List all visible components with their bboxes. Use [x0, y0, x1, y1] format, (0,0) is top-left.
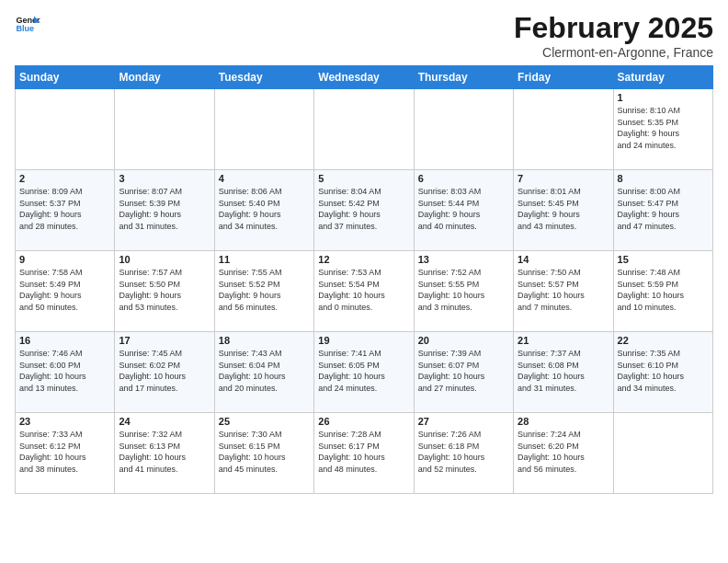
calendar-subtitle: Clermont-en-Argonne, France	[514, 45, 713, 60]
calendar-cell	[115, 89, 214, 170]
calendar-cell: 1Sunrise: 8:10 AM Sunset: 5:35 PM Daylig…	[613, 89, 712, 170]
calendar-cell: 13Sunrise: 7:52 AM Sunset: 5:55 PM Dayli…	[414, 251, 513, 332]
calendar-cell: 17Sunrise: 7:45 AM Sunset: 6:02 PM Dayli…	[115, 332, 214, 413]
day-number: 12	[318, 254, 409, 265]
day-number: 6	[418, 173, 509, 184]
day-number: 1	[618, 92, 709, 103]
calendar-cell: 27Sunrise: 7:26 AM Sunset: 6:18 PM Dayli…	[414, 413, 513, 494]
calendar-cell	[214, 89, 313, 170]
day-number: 28	[518, 416, 609, 427]
week-row-1: 1Sunrise: 8:10 AM Sunset: 5:35 PM Daylig…	[16, 89, 713, 170]
day-info: Sunrise: 8:04 AM Sunset: 5:42 PM Dayligh…	[318, 186, 409, 232]
calendar-cell	[414, 89, 513, 170]
day-info: Sunrise: 7:57 AM Sunset: 5:50 PM Dayligh…	[119, 267, 210, 313]
weekday-header-row: Sunday Monday Tuesday Wednesday Thursday…	[16, 66, 713, 89]
day-number: 21	[518, 335, 609, 346]
header-monday: Monday	[115, 66, 214, 89]
day-info: Sunrise: 8:03 AM Sunset: 5:44 PM Dayligh…	[418, 186, 509, 232]
calendar-cell: 9Sunrise: 7:58 AM Sunset: 5:49 PM Daylig…	[16, 251, 115, 332]
day-info: Sunrise: 7:32 AM Sunset: 6:13 PM Dayligh…	[119, 429, 210, 475]
day-number: 15	[618, 254, 709, 265]
day-number: 16	[19, 335, 110, 346]
week-row-4: 16Sunrise: 7:46 AM Sunset: 6:00 PM Dayli…	[16, 332, 713, 413]
day-info: Sunrise: 8:01 AM Sunset: 5:45 PM Dayligh…	[518, 186, 609, 232]
calendar-cell: 10Sunrise: 7:57 AM Sunset: 5:50 PM Dayli…	[115, 251, 214, 332]
week-row-2: 2Sunrise: 8:09 AM Sunset: 5:37 PM Daylig…	[16, 170, 713, 251]
day-number: 22	[618, 335, 709, 346]
day-info: Sunrise: 7:30 AM Sunset: 6:15 PM Dayligh…	[219, 429, 310, 475]
calendar-cell	[613, 413, 712, 494]
day-info: Sunrise: 7:53 AM Sunset: 5:54 PM Dayligh…	[318, 267, 409, 313]
day-number: 10	[119, 254, 210, 265]
calendar-cell: 19Sunrise: 7:41 AM Sunset: 6:05 PM Dayli…	[314, 332, 414, 413]
calendar-title: February 2025	[514, 11, 713, 45]
header-friday: Friday	[514, 66, 613, 89]
calendar-cell: 25Sunrise: 7:30 AM Sunset: 6:15 PM Dayli…	[214, 413, 313, 494]
header: General Blue February 2025 Clermont-en-A…	[15, 11, 713, 60]
day-number: 19	[318, 335, 409, 346]
day-number: 2	[19, 173, 110, 184]
calendar-cell: 12Sunrise: 7:53 AM Sunset: 5:54 PM Dayli…	[314, 251, 414, 332]
calendar-cell: 2Sunrise: 8:09 AM Sunset: 5:37 PM Daylig…	[16, 170, 115, 251]
calendar-cell: 5Sunrise: 8:04 AM Sunset: 5:42 PM Daylig…	[314, 170, 414, 251]
day-number: 18	[219, 335, 310, 346]
day-info: Sunrise: 7:45 AM Sunset: 6:02 PM Dayligh…	[119, 348, 210, 394]
day-info: Sunrise: 7:28 AM Sunset: 6:17 PM Dayligh…	[318, 429, 409, 475]
calendar-cell	[514, 89, 613, 170]
day-number: 5	[318, 173, 409, 184]
day-info: Sunrise: 7:55 AM Sunset: 5:52 PM Dayligh…	[219, 267, 310, 313]
day-info: Sunrise: 7:52 AM Sunset: 5:55 PM Dayligh…	[418, 267, 509, 313]
day-info: Sunrise: 7:41 AM Sunset: 6:05 PM Dayligh…	[318, 348, 409, 394]
day-number: 17	[119, 335, 210, 346]
day-number: 14	[518, 254, 609, 265]
day-info: Sunrise: 8:06 AM Sunset: 5:40 PM Dayligh…	[219, 186, 310, 232]
calendar-cell: 6Sunrise: 8:03 AM Sunset: 5:44 PM Daylig…	[414, 170, 513, 251]
day-number: 20	[418, 335, 509, 346]
day-info: Sunrise: 8:09 AM Sunset: 5:37 PM Dayligh…	[19, 186, 110, 232]
title-block: February 2025 Clermont-en-Argonne, Franc…	[514, 11, 713, 60]
calendar-cell: 15Sunrise: 7:48 AM Sunset: 5:59 PM Dayli…	[613, 251, 712, 332]
day-info: Sunrise: 7:48 AM Sunset: 5:59 PM Dayligh…	[618, 267, 709, 313]
calendar-cell: 11Sunrise: 7:55 AM Sunset: 5:52 PM Dayli…	[214, 251, 313, 332]
day-info: Sunrise: 7:43 AM Sunset: 6:04 PM Dayligh…	[219, 348, 310, 394]
day-info: Sunrise: 7:50 AM Sunset: 5:57 PM Dayligh…	[518, 267, 609, 313]
calendar-table: Sunday Monday Tuesday Wednesday Thursday…	[15, 65, 713, 494]
day-info: Sunrise: 8:00 AM Sunset: 5:47 PM Dayligh…	[618, 186, 709, 232]
calendar-cell: 3Sunrise: 8:07 AM Sunset: 5:39 PM Daylig…	[115, 170, 214, 251]
calendar-cell: 26Sunrise: 7:28 AM Sunset: 6:17 PM Dayli…	[314, 413, 414, 494]
week-row-3: 9Sunrise: 7:58 AM Sunset: 5:49 PM Daylig…	[16, 251, 713, 332]
calendar-cell: 22Sunrise: 7:35 AM Sunset: 6:10 PM Dayli…	[613, 332, 712, 413]
calendar-cell: 16Sunrise: 7:46 AM Sunset: 6:00 PM Dayli…	[16, 332, 115, 413]
day-number: 7	[518, 173, 609, 184]
day-number: 11	[219, 254, 310, 265]
day-number: 27	[418, 416, 509, 427]
day-info: Sunrise: 7:39 AM Sunset: 6:07 PM Dayligh…	[418, 348, 509, 394]
header-wednesday: Wednesday	[314, 66, 414, 89]
calendar-cell: 23Sunrise: 7:33 AM Sunset: 6:12 PM Dayli…	[16, 413, 115, 494]
day-info: Sunrise: 7:33 AM Sunset: 6:12 PM Dayligh…	[19, 429, 110, 475]
week-row-5: 23Sunrise: 7:33 AM Sunset: 6:12 PM Dayli…	[16, 413, 713, 494]
logo: General Blue	[15, 11, 40, 37]
day-number: 24	[119, 416, 210, 427]
calendar-cell: 24Sunrise: 7:32 AM Sunset: 6:13 PM Dayli…	[115, 413, 214, 494]
header-tuesday: Tuesday	[214, 66, 313, 89]
day-number: 25	[219, 416, 310, 427]
day-info: Sunrise: 8:07 AM Sunset: 5:39 PM Dayligh…	[119, 186, 210, 232]
day-number: 4	[219, 173, 310, 184]
calendar-cell: 18Sunrise: 7:43 AM Sunset: 6:04 PM Dayli…	[214, 332, 313, 413]
day-number: 23	[19, 416, 110, 427]
calendar-container: General Blue February 2025 Clermont-en-A…	[0, 0, 728, 501]
calendar-cell: 7Sunrise: 8:01 AM Sunset: 5:45 PM Daylig…	[514, 170, 613, 251]
day-info: Sunrise: 7:24 AM Sunset: 6:20 PM Dayligh…	[518, 429, 609, 475]
day-number: 26	[318, 416, 409, 427]
logo-icon: General Blue	[15, 11, 40, 37]
day-info: Sunrise: 7:26 AM Sunset: 6:18 PM Dayligh…	[418, 429, 509, 475]
day-number: 8	[618, 173, 709, 184]
calendar-cell: 14Sunrise: 7:50 AM Sunset: 5:57 PM Dayli…	[514, 251, 613, 332]
calendar-cell: 20Sunrise: 7:39 AM Sunset: 6:07 PM Dayli…	[414, 332, 513, 413]
calendar-cell: 21Sunrise: 7:37 AM Sunset: 6:08 PM Dayli…	[514, 332, 613, 413]
calendar-cell: 8Sunrise: 8:00 AM Sunset: 5:47 PM Daylig…	[613, 170, 712, 251]
day-info: Sunrise: 7:46 AM Sunset: 6:00 PM Dayligh…	[19, 348, 110, 394]
calendar-cell: 28Sunrise: 7:24 AM Sunset: 6:20 PM Dayli…	[514, 413, 613, 494]
day-number: 3	[119, 173, 210, 184]
